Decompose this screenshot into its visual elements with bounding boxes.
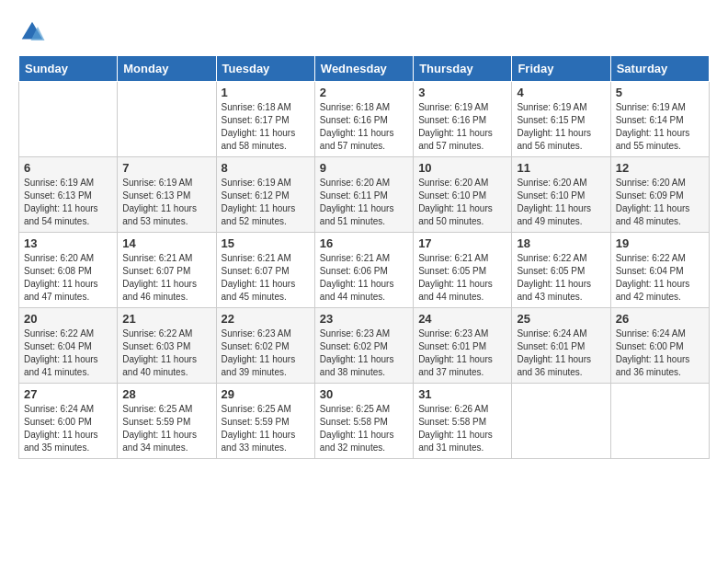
- calendar-cell: 8Sunrise: 6:19 AM Sunset: 6:12 PM Daylig…: [216, 157, 314, 233]
- calendar-cell: 28Sunrise: 6:25 AM Sunset: 5:59 PM Dayli…: [118, 384, 216, 459]
- day-info: Sunrise: 6:20 AM Sunset: 6:11 PM Dayligh…: [320, 177, 408, 228]
- day-number: 20: [24, 312, 112, 326]
- calendar-week-row: 13Sunrise: 6:20 AM Sunset: 6:08 PM Dayli…: [19, 233, 710, 308]
- day-info: Sunrise: 6:22 AM Sunset: 6:03 PM Dayligh…: [122, 327, 210, 379]
- day-info: Sunrise: 6:24 AM Sunset: 6:00 PM Dayligh…: [24, 403, 112, 454]
- calendar-week-row: 6Sunrise: 6:19 AM Sunset: 6:13 PM Daylig…: [19, 157, 710, 233]
- day-number: 16: [320, 236, 408, 250]
- day-number: 15: [222, 236, 310, 250]
- calendar-cell: 24Sunrise: 6:23 AM Sunset: 6:01 PM Dayli…: [414, 308, 512, 384]
- day-info: Sunrise: 6:23 AM Sunset: 6:02 PM Dayligh…: [222, 327, 310, 379]
- calendar-cell: 31Sunrise: 6:26 AM Sunset: 5:58 PM Dayli…: [414, 384, 512, 459]
- day-info: Sunrise: 6:19 AM Sunset: 6:16 PM Dayligh…: [418, 101, 506, 153]
- day-info: Sunrise: 6:20 AM Sunset: 6:09 PM Dayligh…: [616, 177, 704, 228]
- calendar-cell: 23Sunrise: 6:23 AM Sunset: 6:02 PM Dayli…: [314, 308, 413, 384]
- day-number: 12: [616, 161, 704, 175]
- calendar-cell: 22Sunrise: 6:23 AM Sunset: 6:02 PM Dayli…: [216, 308, 314, 384]
- day-header-sunday: Sunday: [19, 56, 118, 82]
- calendar-cell: [610, 384, 709, 459]
- day-header-friday: Friday: [512, 56, 610, 82]
- calendar-cell: 3Sunrise: 6:19 AM Sunset: 6:16 PM Daylig…: [414, 82, 512, 157]
- day-info: Sunrise: 6:18 AM Sunset: 6:17 PM Dayligh…: [222, 101, 310, 153]
- calendar-body: 1Sunrise: 6:18 AM Sunset: 6:17 PM Daylig…: [19, 82, 710, 459]
- day-number: 24: [418, 312, 506, 326]
- day-number: 7: [122, 161, 210, 175]
- calendar-cell: 2Sunrise: 6:18 AM Sunset: 6:16 PM Daylig…: [314, 82, 413, 157]
- logo: [18, 18, 50, 46]
- day-info: Sunrise: 6:20 AM Sunset: 6:10 PM Dayligh…: [517, 177, 605, 228]
- day-info: Sunrise: 6:25 AM Sunset: 5:58 PM Dayligh…: [320, 403, 408, 454]
- calendar-cell: 26Sunrise: 6:24 AM Sunset: 6:00 PM Dayli…: [610, 308, 709, 384]
- calendar-header-row: SundayMondayTuesdayWednesdayThursdayFrid…: [19, 56, 710, 82]
- calendar-cell: 15Sunrise: 6:21 AM Sunset: 6:07 PM Dayli…: [216, 233, 314, 308]
- calendar-cell: 9Sunrise: 6:20 AM Sunset: 6:11 PM Daylig…: [314, 157, 413, 233]
- day-number: 9: [320, 161, 408, 175]
- day-number: 5: [616, 86, 704, 99]
- day-number: 29: [222, 387, 310, 401]
- calendar-cell: 30Sunrise: 6:25 AM Sunset: 5:58 PM Dayli…: [314, 384, 413, 459]
- day-info: Sunrise: 6:21 AM Sunset: 6:06 PM Dayligh…: [320, 252, 408, 304]
- day-number: 22: [222, 312, 310, 326]
- day-number: 27: [24, 387, 112, 401]
- day-number: 18: [517, 236, 605, 250]
- day-number: 10: [418, 161, 506, 175]
- day-info: Sunrise: 6:21 AM Sunset: 6:07 PM Dayligh…: [222, 252, 310, 304]
- day-info: Sunrise: 6:19 AM Sunset: 6:14 PM Dayligh…: [616, 101, 704, 153]
- calendar-cell: 7Sunrise: 6:19 AM Sunset: 6:13 PM Daylig…: [118, 157, 216, 233]
- day-info: Sunrise: 6:18 AM Sunset: 6:16 PM Dayligh…: [320, 101, 408, 153]
- day-info: Sunrise: 6:22 AM Sunset: 6:04 PM Dayligh…: [24, 327, 112, 379]
- day-number: 6: [24, 161, 112, 175]
- calendar-cell: 13Sunrise: 6:20 AM Sunset: 6:08 PM Dayli…: [19, 233, 118, 308]
- calendar-cell: 16Sunrise: 6:21 AM Sunset: 6:06 PM Dayli…: [314, 233, 413, 308]
- calendar-cell: 19Sunrise: 6:22 AM Sunset: 6:04 PM Dayli…: [610, 233, 709, 308]
- day-number: 3: [418, 86, 506, 99]
- day-number: 21: [122, 312, 210, 326]
- day-number: 25: [517, 312, 605, 326]
- day-header-saturday: Saturday: [610, 56, 709, 82]
- calendar-cell: 27Sunrise: 6:24 AM Sunset: 6:00 PM Dayli…: [19, 384, 118, 459]
- day-number: 31: [418, 387, 506, 401]
- day-info: Sunrise: 6:19 AM Sunset: 6:12 PM Dayligh…: [222, 177, 310, 228]
- day-info: Sunrise: 6:19 AM Sunset: 6:13 PM Dayligh…: [122, 177, 210, 228]
- day-info: Sunrise: 6:24 AM Sunset: 6:00 PM Dayligh…: [616, 327, 704, 379]
- day-number: 13: [24, 236, 112, 250]
- calendar-cell: 11Sunrise: 6:20 AM Sunset: 6:10 PM Dayli…: [512, 157, 610, 233]
- calendar-table: SundayMondayTuesdayWednesdayThursdayFrid…: [18, 55, 710, 459]
- day-info: Sunrise: 6:24 AM Sunset: 6:01 PM Dayligh…: [517, 327, 605, 379]
- calendar-cell: 21Sunrise: 6:22 AM Sunset: 6:03 PM Dayli…: [118, 308, 216, 384]
- day-info: Sunrise: 6:23 AM Sunset: 6:01 PM Dayligh…: [418, 327, 506, 379]
- day-info: Sunrise: 6:19 AM Sunset: 6:13 PM Dayligh…: [24, 177, 112, 228]
- calendar-cell: 4Sunrise: 6:19 AM Sunset: 6:15 PM Daylig…: [512, 82, 610, 157]
- day-number: 26: [616, 312, 704, 326]
- day-number: 8: [222, 161, 310, 175]
- calendar-cell: 10Sunrise: 6:20 AM Sunset: 6:10 PM Dayli…: [414, 157, 512, 233]
- day-number: 4: [517, 86, 605, 99]
- day-header-monday: Monday: [118, 56, 216, 82]
- day-info: Sunrise: 6:22 AM Sunset: 6:05 PM Dayligh…: [517, 252, 605, 304]
- calendar-cell: 17Sunrise: 6:21 AM Sunset: 6:05 PM Dayli…: [414, 233, 512, 308]
- day-info: Sunrise: 6:25 AM Sunset: 5:59 PM Dayligh…: [222, 403, 310, 454]
- calendar-cell: 1Sunrise: 6:18 AM Sunset: 6:17 PM Daylig…: [216, 82, 314, 157]
- calendar-cell: 12Sunrise: 6:20 AM Sunset: 6:09 PM Dayli…: [610, 157, 709, 233]
- calendar-week-row: 1Sunrise: 6:18 AM Sunset: 6:17 PM Daylig…: [19, 82, 710, 157]
- calendar-cell: 5Sunrise: 6:19 AM Sunset: 6:14 PM Daylig…: [610, 82, 709, 157]
- day-number: 1: [222, 86, 310, 99]
- calendar-cell: 6Sunrise: 6:19 AM Sunset: 6:13 PM Daylig…: [19, 157, 118, 233]
- day-number: 19: [616, 236, 704, 250]
- calendar-cell: 29Sunrise: 6:25 AM Sunset: 5:59 PM Dayli…: [216, 384, 314, 459]
- calendar-cell: [512, 384, 610, 459]
- day-info: Sunrise: 6:25 AM Sunset: 5:59 PM Dayligh…: [122, 403, 210, 454]
- day-info: Sunrise: 6:20 AM Sunset: 6:08 PM Dayligh…: [24, 252, 112, 304]
- day-header-thursday: Thursday: [414, 56, 512, 82]
- day-info: Sunrise: 6:21 AM Sunset: 6:07 PM Dayligh…: [122, 252, 210, 304]
- day-info: Sunrise: 6:22 AM Sunset: 6:04 PM Dayligh…: [616, 252, 704, 304]
- day-info: Sunrise: 6:23 AM Sunset: 6:02 PM Dayligh…: [320, 327, 408, 379]
- day-number: 11: [517, 161, 605, 175]
- day-header-wednesday: Wednesday: [314, 56, 413, 82]
- day-info: Sunrise: 6:21 AM Sunset: 6:05 PM Dayligh…: [418, 252, 506, 304]
- calendar-cell: [118, 82, 216, 157]
- day-number: 17: [418, 236, 506, 250]
- day-info: Sunrise: 6:26 AM Sunset: 5:58 PM Dayligh…: [418, 403, 506, 454]
- day-header-tuesday: Tuesday: [216, 56, 314, 82]
- day-info: Sunrise: 6:20 AM Sunset: 6:10 PM Dayligh…: [418, 177, 506, 228]
